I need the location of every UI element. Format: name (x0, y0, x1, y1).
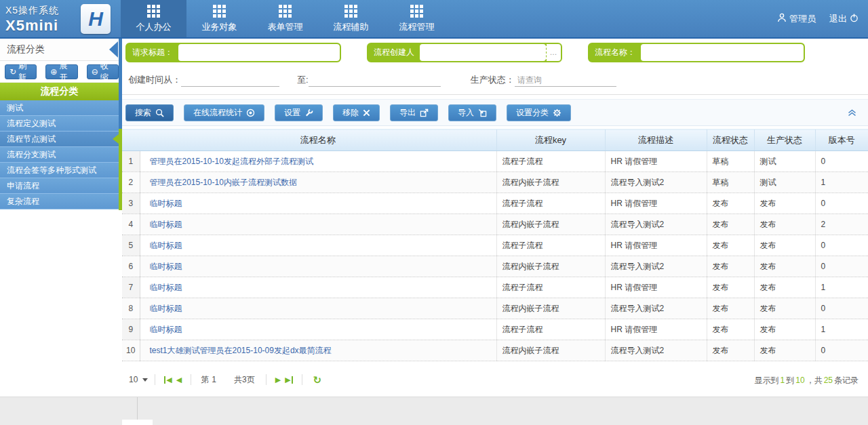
process-name-link[interactable]: 临时标题 (150, 304, 182, 313)
col-header-5[interactable]: 生产状态 (754, 129, 815, 151)
created-from-input[interactable] (181, 73, 279, 87)
sidebar-collapse-button[interactable]: ⊖收缩 (87, 64, 119, 79)
next-page-button[interactable]: ▶ (275, 376, 281, 384)
nav-tab-2[interactable]: 业务对象 (186, 0, 252, 37)
sidebar-item-3[interactable]: 流程节点测试 (0, 131, 119, 147)
process-name-link[interactable]: 管理员在2015-10-10内嵌子流程测试数据 (150, 178, 297, 187)
last-page-button[interactable]: ▶ (285, 376, 292, 384)
col-header-4[interactable]: 流程状态 (707, 129, 754, 151)
app-logo: X5操作系统 X5mini H (0, 0, 119, 37)
nav-tab-label: 个人办公 (136, 21, 172, 33)
nav-tab-4[interactable]: 流程辅助 (318, 0, 384, 37)
search-row-pills: 请求标题：流程创建人…流程名称： (122, 39, 868, 66)
process-status-cell: 发布 (707, 214, 754, 235)
sidebar-panel-header: 流程分类 (0, 39, 119, 61)
search-pill-2: 流程创建人… (367, 43, 562, 62)
table-row-5: 5临时标题流程子流程HR 请假管理发布发布0 (122, 235, 868, 256)
process-name-link[interactable]: test1大雄测试管理员在2015-10-09发起dx最简流程 (150, 346, 332, 355)
search-pill-input-2[interactable] (420, 44, 546, 61)
created-to-input[interactable] (309, 73, 441, 87)
process-name-link[interactable]: 临时标题 (150, 199, 182, 208)
process-status-cell: 发布 (707, 298, 754, 319)
table-header-row: 流程名称流程key流程描述流程状态生产状态版本号 (122, 129, 868, 151)
process-name-link[interactable]: 临时标题 (150, 262, 182, 271)
summary-total: 25 (823, 376, 834, 385)
summary-from: 1 (779, 376, 787, 385)
row-number: 6 (122, 256, 140, 277)
version-cell: 1 (815, 277, 868, 298)
page-number-input[interactable]: 1 (212, 375, 216, 384)
sidebar-item-4[interactable]: 流程分支测试 (0, 147, 119, 163)
reload-grid-icon[interactable]: ↻ (313, 375, 322, 385)
panel-collapse-arrow-icon[interactable] (109, 41, 118, 58)
search-pill-input-3[interactable] (641, 44, 804, 61)
process-key-cell: 流程内嵌子流程 (496, 214, 605, 235)
nav-tab-label: 流程辅助 (334, 21, 369, 33)
prod-status-cell: 发布 (754, 193, 815, 214)
sidebar-item-1[interactable]: 测试 (0, 100, 119, 116)
prod-status-cell: 发布 (754, 340, 815, 361)
current-user[interactable]: 管理员 (777, 13, 816, 25)
sidebar-item-6[interactable]: 申请流程 (0, 178, 119, 194)
process-key-cell: 流程内嵌子流程 (496, 298, 605, 319)
prod-status-input[interactable] (515, 73, 616, 87)
version-cell: 2 (815, 214, 868, 235)
col-header-6[interactable]: 版本号 (815, 129, 868, 151)
prod-status-cell: 测试 (754, 151, 815, 172)
splitter-handle[interactable] (122, 420, 153, 425)
collapse-panel-chevron-icon[interactable] (847, 108, 857, 117)
prev-page-button[interactable]: ◀ (176, 376, 182, 384)
sidebar-item-2[interactable]: 流程定义测试 (0, 116, 119, 131)
nav-tab-label: 业务对象 (202, 21, 237, 33)
process-name-link[interactable]: 临时标题 (150, 241, 182, 250)
search-row-dates: 创建时间从： 至: 生产状态： (122, 66, 868, 95)
category-tree: 测试流程定义测试流程节点测试流程分支测试流程会签等多种形式测试申请流程复杂流程 (0, 100, 119, 209)
table-row-4: 4临时标题流程内嵌子流程流程导入测试2发布发布2 (122, 214, 868, 235)
process-name-link[interactable]: 临时标题 (150, 220, 182, 229)
sidebar-expand-button[interactable]: ⊕展开 (45, 64, 77, 79)
process-key-cell: 流程子流程 (496, 193, 605, 214)
row-number: 2 (122, 172, 140, 193)
process-desc-cell: 流程导入测试2 (605, 256, 707, 277)
nav-tab-1[interactable]: 个人办公 (121, 0, 186, 37)
process-key-cell: 流程子流程 (496, 151, 605, 172)
sidebar-item-5[interactable]: 流程会签等多种形式测试 (0, 163, 119, 178)
table-row-9: 9临时标题流程子流程HR 请假管理发布发布1 (122, 319, 868, 340)
row-number: 4 (122, 214, 140, 235)
prod-status-cell: 发布 (754, 214, 815, 235)
search-button[interactable]: 搜索 (125, 104, 174, 121)
import-button[interactable]: 导入 (448, 104, 496, 121)
first-page-button[interactable]: ◀ (164, 376, 172, 384)
person-picker-button[interactable]: … (546, 44, 561, 61)
version-cell: 1 (815, 319, 868, 340)
remove-button[interactable]: 移除 (333, 104, 380, 121)
page-size-select[interactable]: 10 (129, 375, 148, 384)
stats-button[interactable]: 在线流程统计 (184, 104, 264, 121)
category-gear-button[interactable]: 设置分类 (507, 104, 571, 121)
wrench-button[interactable]: 设置 (275, 104, 323, 121)
summary-to: 10 (794, 376, 806, 385)
table-row-7: 7临时标题流程子流程HR 请假管理发布发布1 (122, 277, 868, 298)
version-cell: 0 (815, 340, 868, 361)
process-name-link[interactable]: 临时标题 (150, 325, 182, 334)
process-status-cell: 发布 (707, 340, 754, 361)
col-header-2[interactable]: 流程key (496, 129, 605, 151)
export-button[interactable]: 导出 (390, 104, 438, 121)
page-label: 第 (201, 374, 209, 386)
process-name-link[interactable]: 管理员在2015-10-10发起流程外部子流程测试 (150, 157, 313, 166)
category-gear-icon (553, 108, 561, 117)
sidebar-refresh-button[interactable]: ↻刷新 (5, 64, 37, 79)
col-header-3[interactable]: 流程描述 (605, 129, 707, 151)
logout-button[interactable]: 退出 (829, 13, 859, 25)
col-header-1[interactable]: 流程名称 (140, 129, 496, 151)
process-name-link[interactable]: 临时标题 (150, 283, 182, 292)
sidebar-item-7[interactable]: 复杂流程 (0, 194, 119, 209)
wrench-icon (304, 108, 313, 117)
nav-tab-5[interactable]: 流程管理 (384, 0, 450, 37)
nav-tab-3[interactable]: 表单管理 (252, 0, 318, 37)
power-icon (850, 14, 859, 24)
search-pill-input-1[interactable] (178, 44, 340, 61)
total-pages-label: 共3页 (234, 374, 255, 386)
col-rownum (122, 129, 140, 151)
logo-h-icon: H (81, 4, 111, 34)
